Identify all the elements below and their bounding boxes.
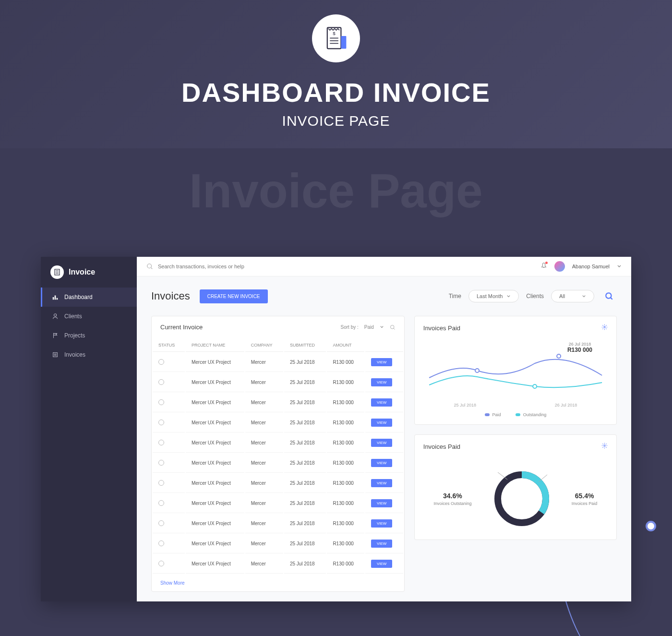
- sidebar: Invoice Dashboard Clients Projects Invoi…: [41, 257, 137, 601]
- view-button[interactable]: VIEW: [371, 378, 392, 386]
- filter-search-button[interactable]: [601, 288, 617, 304]
- svg-point-26: [604, 326, 605, 328]
- view-button[interactable]: VIEW: [371, 398, 392, 407]
- current-invoice-card: Current Invoice Sort by : Paid STATUSPRO…: [151, 316, 405, 592]
- cell-amount: R130 000: [327, 373, 364, 392]
- hero-title: DASHBOARD INVOICE: [0, 77, 672, 108]
- sidebar-item-label: Projects: [64, 332, 85, 339]
- sort-value[interactable]: Paid: [364, 324, 374, 330]
- cell-company: Mercer: [245, 514, 283, 533]
- cell-project: Mercer UX Project: [186, 413, 244, 432]
- svg-point-19: [147, 264, 152, 268]
- view-button[interactable]: VIEW: [371, 358, 392, 366]
- chevron-down-icon: [582, 294, 586, 299]
- table-row[interactable]: Mercer UX Project Mercer 25 Jul 2018 R13…: [153, 373, 403, 392]
- cell-company: Mercer: [245, 353, 283, 372]
- brand-logo[interactable]: Invoice: [41, 257, 137, 288]
- show-more-link[interactable]: Show More: [152, 575, 404, 591]
- cell-submitted: 25 Jul 2018: [284, 393, 326, 412]
- cell-amount: R130 000: [327, 433, 364, 453]
- legend-outstanding: Outstanding: [516, 412, 547, 417]
- status-indicator: [158, 379, 164, 385]
- view-button[interactable]: VIEW: [371, 540, 392, 548]
- notifications-button[interactable]: [540, 262, 547, 271]
- svg-rect-12: [57, 298, 58, 300]
- view-button[interactable]: VIEW: [371, 419, 392, 427]
- donut-chart: [491, 468, 553, 530]
- cell-project: Mercer UX Project: [186, 393, 244, 412]
- table-row[interactable]: Mercer UX Project Mercer 25 Jul 2018 R13…: [153, 494, 403, 513]
- sidebar-item-projects[interactable]: Projects: [41, 326, 137, 345]
- brand-name: Invoice: [69, 268, 95, 276]
- status-indicator: [158, 440, 164, 445]
- svg-rect-11: [55, 296, 56, 300]
- table-row[interactable]: Mercer UX Project Mercer 25 Jul 2018 R13…: [153, 554, 403, 574]
- table-row[interactable]: Mercer UX Project Mercer 25 Jul 2018 R13…: [153, 454, 403, 473]
- view-button[interactable]: VIEW: [371, 479, 392, 487]
- topbar: Abanop Samuel: [137, 257, 631, 276]
- paid-label: 65.4% Invoices Paid: [572, 492, 598, 506]
- x-axis-label: 25 Jul 2018: [454, 403, 477, 408]
- cell-project: Mercer UX Project: [186, 433, 244, 453]
- table-row[interactable]: Mercer UX Project Mercer 25 Jul 2018 R13…: [153, 474, 403, 493]
- chevron-down-icon[interactable]: [617, 264, 622, 269]
- view-button[interactable]: VIEW: [371, 499, 392, 507]
- view-button[interactable]: VIEW: [371, 560, 392, 568]
- sidebar-item-clients[interactable]: Clients: [41, 307, 137, 326]
- decorative-dot: [646, 521, 656, 531]
- table-row[interactable]: Mercer UX Project Mercer 25 Jul 2018 R13…: [153, 413, 403, 432]
- svg-point-29: [533, 384, 537, 388]
- status-indicator: [158, 520, 164, 526]
- hero-invoice-icon: $: [312, 14, 360, 62]
- table-row[interactable]: Mercer UX Project Mercer 25 Jul 2018 R13…: [153, 514, 403, 533]
- cell-submitted: 25 Jul 2018: [284, 534, 326, 553]
- view-button[interactable]: VIEW: [371, 519, 392, 528]
- cell-company: Mercer: [245, 494, 283, 513]
- legend-paid: Paid: [485, 412, 501, 417]
- cell-amount: R130 000: [327, 534, 364, 553]
- card-title: Invoices Paid: [423, 443, 460, 450]
- svg-rect-5: [341, 36, 346, 48]
- cell-company: Mercer: [245, 534, 283, 553]
- sidebar-item-invoices[interactable]: Invoices: [41, 345, 137, 364]
- sidebar-item-label: Dashboard: [64, 294, 93, 300]
- svg-point-28: [557, 354, 561, 358]
- clients-filter-dropdown[interactable]: All: [551, 290, 594, 302]
- settings-button[interactable]: [601, 324, 608, 332]
- chevron-down-icon: [506, 294, 511, 299]
- view-button[interactable]: VIEW: [371, 439, 392, 447]
- search-input[interactable]: [158, 264, 302, 269]
- cell-project: Mercer UX Project: [186, 353, 244, 372]
- card-title: Current Invoice: [160, 324, 203, 331]
- time-filter-dropdown[interactable]: Last Month: [468, 290, 519, 302]
- cell-amount: R130 000: [327, 413, 364, 432]
- search-icon[interactable]: [390, 324, 396, 330]
- cell-project: Mercer UX Project: [186, 514, 244, 533]
- create-invoice-button[interactable]: CREATE NEW INVOICE: [200, 289, 268, 303]
- chevron-down-icon[interactable]: [380, 325, 384, 329]
- table-row[interactable]: Mercer UX Project Mercer 25 Jul 2018 R13…: [153, 433, 403, 453]
- cell-company: Mercer: [245, 413, 283, 432]
- settings-button[interactable]: [601, 442, 608, 451]
- sidebar-item-dashboard[interactable]: Dashboard: [41, 288, 137, 307]
- cell-submitted: 25 Jul 2018: [284, 514, 326, 533]
- invoice-logo-icon: [50, 265, 64, 279]
- svg-rect-10: [53, 297, 54, 300]
- table-row[interactable]: Mercer UX Project Mercer 25 Jul 2018 R13…: [153, 534, 403, 553]
- cell-project: Mercer UX Project: [186, 494, 244, 513]
- invoices-paid-donut-card: Invoices Paid 34.6% Invoices Outstaning: [414, 434, 617, 540]
- sidebar-item-label: Invoices: [64, 351, 85, 358]
- cell-project: Mercer UX Project: [186, 534, 244, 553]
- status-indicator: [158, 460, 164, 466]
- cell-project: Mercer UX Project: [186, 454, 244, 473]
- clients-filter-label: Clients: [526, 293, 544, 300]
- svg-text:$: $: [333, 30, 336, 36]
- view-button[interactable]: VIEW: [371, 459, 392, 467]
- bell-icon: [540, 262, 547, 269]
- user-avatar[interactable]: [554, 261, 565, 272]
- table-header: COMPANY: [245, 339, 283, 352]
- table-row[interactable]: Mercer UX Project Mercer 25 Jul 2018 R13…: [153, 393, 403, 412]
- status-indicator: [158, 359, 164, 365]
- table-row[interactable]: Mercer UX Project Mercer 25 Jul 2018 R13…: [153, 353, 403, 372]
- page-header: Invoices CREATE NEW INVOICE Time Last Mo…: [137, 276, 631, 316]
